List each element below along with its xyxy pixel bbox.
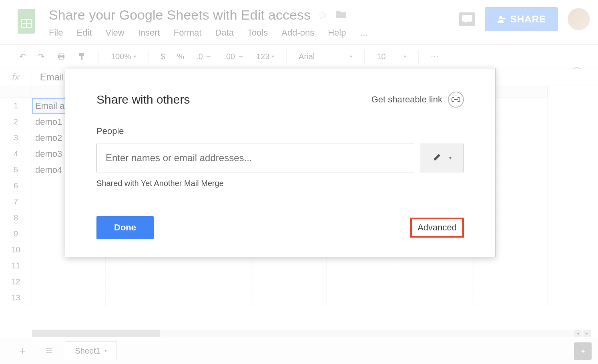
svg-point-5 — [499, 16, 502, 19]
cell[interactable] — [32, 290, 106, 306]
all-sheets-button[interactable]: ≡ — [41, 342, 57, 360]
cell[interactable] — [32, 274, 106, 290]
row-header[interactable]: 7 — [0, 194, 32, 210]
font-size-select[interactable]: 10 ▾ — [373, 50, 409, 63]
row-header[interactable]: 6 — [0, 178, 32, 194]
cell[interactable] — [106, 290, 179, 306]
cell[interactable] — [327, 274, 400, 290]
advanced-link[interactable]: Advanced — [410, 218, 464, 238]
cell[interactable] — [474, 290, 548, 306]
cell[interactable] — [253, 274, 327, 290]
sheet-tab-label: Sheet1 — [75, 346, 100, 356]
cell[interactable] — [400, 274, 474, 290]
cell[interactable] — [32, 258, 106, 274]
scroll-right-icon[interactable]: ▸ — [583, 330, 591, 337]
cell[interactable] — [253, 290, 327, 306]
svg-rect-9 — [59, 53, 63, 56]
svg-rect-12 — [81, 56, 82, 60]
menu-more[interactable]: … — [359, 28, 368, 38]
link-icon — [448, 92, 464, 108]
share-dialog: Share with others Get shareable link Peo… — [65, 68, 496, 257]
permission-dropdown[interactable]: ▾ — [420, 144, 464, 172]
cell[interactable] — [179, 258, 253, 274]
paint-format-icon[interactable] — [74, 50, 90, 62]
row-header[interactable]: 3 — [0, 130, 32, 146]
cell[interactable] — [106, 274, 179, 290]
cell[interactable] — [179, 290, 253, 306]
cell[interactable] — [327, 258, 400, 274]
row-header[interactable]: 9 — [0, 226, 32, 242]
menu-view[interactable]: View — [105, 28, 124, 38]
add-sheet-button[interactable]: ＋ — [12, 341, 33, 361]
select-all-corner[interactable] — [0, 86, 32, 98]
done-button[interactable]: Done — [96, 216, 154, 239]
people-label: People — [96, 126, 464, 136]
menubar: File Edit View Insert Format Data Tools … — [49, 28, 459, 38]
fx-label: fx — [12, 72, 20, 83]
cell[interactable] — [400, 290, 474, 306]
zoom-select[interactable]: 100% ▾ — [108, 50, 139, 63]
row-header[interactable]: 1 — [0, 98, 32, 114]
collapse-toolbar-icon[interactable]: ︿ — [572, 60, 582, 73]
get-shareable-link-label: Get shareable link — [371, 94, 442, 105]
row-header[interactable]: 8 — [0, 210, 32, 226]
decrease-decimal[interactable]: .0← — [193, 50, 215, 63]
menu-file[interactable]: File — [49, 28, 63, 38]
number-format[interactable]: 123 ▾ — [253, 50, 277, 63]
sheets-logo[interactable] — [16, 7, 37, 35]
cell[interactable] — [253, 258, 327, 274]
sheet-tab[interactable]: Sheet1 ▾ — [65, 341, 116, 360]
row-header[interactable]: 12 — [0, 274, 32, 290]
shared-with-text: Shared with Yet Another Mail Merge — [96, 179, 464, 188]
explore-button[interactable]: ✦ — [574, 342, 592, 360]
avatar[interactable] — [568, 8, 590, 30]
undo-icon[interactable]: ↶ — [16, 50, 29, 63]
document-title[interactable]: Share your Google Sheets with Edit acces… — [49, 7, 311, 23]
menu-format[interactable]: Format — [174, 28, 202, 38]
share-button[interactable]: SHARE — [485, 7, 558, 31]
svg-rect-7 — [502, 18, 506, 19]
cell[interactable] — [106, 258, 179, 274]
chevron-down-icon: ▾ — [449, 155, 452, 161]
folder-icon[interactable] — [335, 9, 347, 22]
formula-input[interactable]: Email — [32, 68, 64, 86]
format-currency[interactable]: $ — [157, 50, 168, 63]
row-header[interactable]: 2 — [0, 114, 32, 130]
menu-help[interactable]: Help — [328, 28, 346, 38]
format-percent[interactable]: % — [174, 50, 187, 63]
share-button-label: SHARE — [510, 14, 546, 25]
cell[interactable] — [474, 258, 548, 274]
row-header[interactable]: 11 — [0, 258, 32, 274]
horizontal-scrollbar[interactable] — [32, 330, 574, 337]
menu-addons[interactable]: Add-ons — [281, 28, 314, 38]
cell[interactable] — [400, 258, 474, 274]
svg-rect-10 — [59, 57, 63, 60]
get-shareable-link[interactable]: Get shareable link — [371, 92, 464, 108]
menu-data[interactable]: Data — [215, 28, 233, 38]
row-header[interactable]: 10 — [0, 242, 32, 258]
row-header[interactable]: 4 — [0, 146, 32, 162]
font-select[interactable]: Arial ▾ — [295, 50, 355, 63]
cell[interactable] — [179, 274, 253, 290]
chevron-down-icon[interactable]: ▾ — [104, 348, 107, 354]
increase-decimal[interactable]: .00→ — [221, 50, 247, 63]
pencil-icon — [432, 152, 442, 164]
row-header[interactable]: 5 — [0, 162, 32, 178]
redo-icon[interactable]: ↷ — [35, 50, 48, 63]
menu-insert[interactable]: Insert — [138, 28, 160, 38]
print-icon[interactable] — [54, 50, 69, 62]
star-icon[interactable]: ☆ — [318, 8, 328, 22]
cell[interactable] — [474, 274, 548, 290]
toolbar-more[interactable]: ⋯ — [427, 50, 442, 63]
scroll-left-icon[interactable]: ◂ — [574, 330, 582, 337]
dialog-title: Share with others — [96, 93, 190, 106]
menu-tools[interactable]: Tools — [247, 28, 268, 38]
row-header[interactable]: 13 — [0, 290, 32, 306]
comments-button[interactable] — [459, 12, 475, 26]
menu-edit[interactable]: Edit — [76, 28, 92, 38]
toolbar: ↶ ↷ 100% ▾ $ % .0← .00→ 123 ▾ Arial ▾ 10… — [0, 44, 598, 68]
svg-rect-4 — [462, 15, 472, 22]
people-input[interactable] — [96, 144, 414, 172]
cell[interactable] — [327, 290, 400, 306]
svg-rect-11 — [79, 53, 84, 56]
